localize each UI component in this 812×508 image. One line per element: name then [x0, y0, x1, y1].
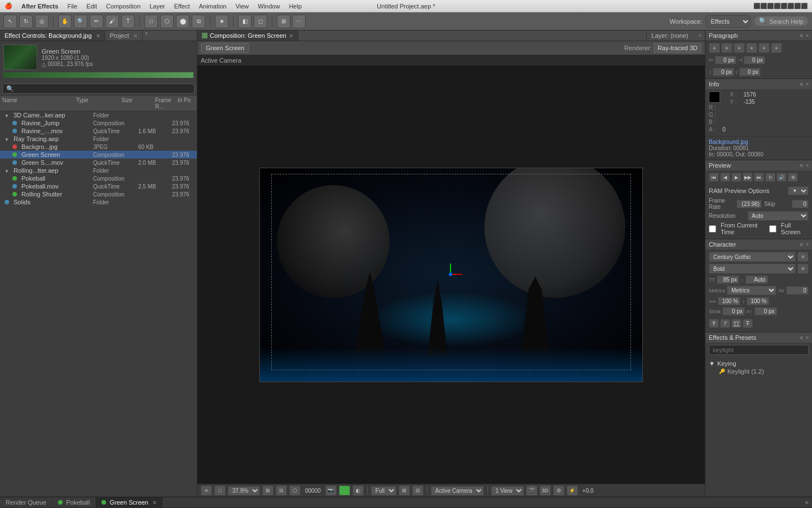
zoom-selector[interactable]: 37.8%: [228, 486, 260, 496]
project-list-item[interactable]: Green S....movQuickTime2.0 MB23.976: [0, 159, 197, 167]
workspace-selector[interactable]: Effects: [705, 15, 751, 28]
project-tab[interactable]: Project ✕: [105, 30, 143, 41]
align-center-btn[interactable]: ≡: [721, 43, 732, 53]
paragraph-close[interactable]: ✕: [799, 33, 804, 39]
camera-selector[interactable]: Active Camera: [431, 486, 484, 496]
info-menu[interactable]: ≡: [806, 81, 809, 87]
ram-res-selector[interactable]: Auto: [748, 211, 809, 221]
menu-effect[interactable]: Effect: [174, 3, 190, 10]
bold-btn[interactable]: T: [709, 319, 719, 328]
comp-tab-green-screen[interactable]: Composition: Green Screen ✕: [197, 30, 298, 41]
ram-fps-input[interactable]: [736, 200, 762, 208]
tool-shape[interactable]: □: [144, 15, 158, 28]
char-menu-btn[interactable]: ≡: [797, 252, 809, 262]
viewer-snap-btn[interactable]: ⊞: [262, 485, 273, 496]
project-list-item[interactable]: Rolling...tter.aepFolder: [0, 167, 197, 174]
project-list-item[interactable]: SolidsFolder: [0, 198, 197, 206]
project-list-item[interactable]: Green ScreenComposition23.976: [0, 151, 197, 159]
leading-input[interactable]: [745, 275, 768, 284]
menu-file[interactable]: File: [67, 3, 77, 10]
project-list-item[interactable]: Rolling ShutterComposition23.976: [0, 190, 197, 198]
effects-search-input[interactable]: [709, 345, 809, 355]
strikethrough-btn[interactable]: T̶: [743, 319, 753, 328]
apple-menu[interactable]: 🍎: [5, 2, 12, 10]
align-left-btn[interactable]: ≡: [709, 43, 720, 53]
effects-close[interactable]: ✕: [799, 335, 804, 341]
play-btn[interactable]: ▶: [731, 173, 742, 182]
paragraph-menu[interactable]: ≡: [806, 33, 809, 38]
project-list-item[interactable]: PokeballComposition23.976: [0, 174, 197, 182]
ram-skip-input[interactable]: [792, 200, 809, 208]
viewer-qual-btn[interactable]: ◐: [352, 485, 364, 496]
search-help-input[interactable]: 🔍 Search Help: [754, 16, 809, 27]
app-name[interactable]: After Effects: [21, 3, 58, 10]
project-list-item[interactable]: Backgro...jpgJPEG60 KB: [0, 143, 197, 151]
viewer-grid-btn[interactable]: ⊟: [276, 485, 287, 496]
snap-btn[interactable]: ⊞: [277, 15, 290, 28]
font-size-input[interactable]: [717, 275, 739, 284]
view-count-selector[interactable]: 1 View: [491, 486, 524, 496]
italic-btn[interactable]: T: [720, 319, 730, 328]
viewer-fast-btn[interactable]: ⚡: [567, 485, 578, 496]
tool-zoom[interactable]: 🔍: [74, 15, 87, 28]
v-scale-input[interactable]: [747, 297, 769, 305]
comp-panel-menu[interactable]: ≡: [695, 31, 705, 40]
metrics-selector[interactable]: Metrics: [727, 286, 776, 295]
baseline-input[interactable]: [754, 307, 777, 316]
menu-window[interactable]: Window: [258, 3, 280, 10]
viewer-checkerboard-btn[interactable]: ⊞: [399, 485, 410, 496]
project-close[interactable]: ✕: [133, 33, 138, 39]
tool-mask[interactable]: ⬡: [160, 15, 174, 28]
timeline-panel-menu[interactable]: ≡: [802, 499, 812, 506]
preview-close[interactable]: ✕: [799, 163, 804, 169]
preview-menu[interactable]: ≡: [806, 163, 809, 168]
viewer-render-btn[interactable]: ⚙: [553, 485, 564, 496]
green-screen-tab[interactable]: Green Screen ✕: [96, 497, 163, 507]
tool-pan[interactable]: ✋: [58, 15, 72, 28]
tool-brush[interactable]: 🖌: [105, 15, 119, 28]
align-justify-last-btn[interactable]: ≡: [758, 43, 770, 53]
project-search-input[interactable]: [2, 84, 195, 94]
tool-text[interactable]: T: [121, 15, 135, 28]
loop-btn[interactable]: ↻: [765, 173, 775, 182]
tool-light[interactable]: ◻: [254, 15, 267, 28]
align-justify-all-btn[interactable]: ≡: [771, 43, 782, 53]
space-before-input[interactable]: [713, 68, 734, 76]
prev-frame-btn[interactable]: ◀: [720, 173, 730, 182]
project-list-item[interactable]: Ravine_....movQuickTime1.6 MB23.976: [0, 127, 197, 135]
font-selector[interactable]: Century Gothic: [709, 252, 796, 262]
menu-view[interactable]: View: [236, 3, 249, 10]
viewer-fit-btn[interactable]: □: [214, 485, 226, 496]
viewer-3d-btn[interactable]: 3D: [540, 485, 551, 496]
effect-controls-close[interactable]: ✕: [96, 33, 100, 39]
char-style-menu-btn[interactable]: ≡: [797, 264, 809, 274]
magnet-btn[interactable]: ⋯: [292, 15, 306, 28]
align-justify-btn[interactable]: ≡: [746, 43, 757, 53]
kerning-input[interactable]: [786, 286, 809, 295]
character-menu[interactable]: ≡: [806, 242, 809, 247]
info-close[interactable]: ✕: [799, 81, 804, 87]
viewer-grid2-btn[interactable]: ⊟: [412, 485, 423, 496]
menu-help[interactable]: Help: [289, 3, 302, 10]
quality-selector[interactable]: Full: [371, 486, 396, 496]
options-btn[interactable]: ⚙: [788, 173, 798, 182]
render-queue-tab[interactable]: Render Queue: [0, 497, 52, 507]
tool-pen[interactable]: ✏: [90, 15, 103, 28]
project-list-item[interactable]: 3D Came...ker.aepFolder: [0, 111, 197, 119]
menu-composition[interactable]: Composition: [106, 3, 140, 10]
align-right-btn[interactable]: ≡: [734, 43, 745, 53]
font-style-selector[interactable]: Bold: [709, 264, 796, 274]
tool-paint[interactable]: ⬤: [176, 15, 189, 28]
underline-btn[interactable]: TT: [731, 319, 742, 328]
character-close[interactable]: ✕: [799, 242, 804, 248]
project-list-item[interactable]: Pokeball.movQuickTime2.5 MB23.976: [0, 182, 197, 190]
tool-puppet[interactable]: ★: [215, 15, 228, 28]
h-scale-input[interactable]: [718, 297, 740, 305]
last-frame-btn[interactable]: ⏭: [754, 173, 764, 182]
effect-controls-tab[interactable]: Effect Controls: Background.jpg ✕: [0, 30, 105, 41]
viewer-export-btn[interactable]: 🎬: [526, 485, 537, 496]
full-screen-checkbox[interactable]: [769, 225, 776, 233]
comp-tab-close[interactable]: ✕: [289, 33, 293, 39]
comp-viewer[interactable]: [197, 65, 705, 484]
tool-rotate[interactable]: ↻: [19, 15, 33, 28]
